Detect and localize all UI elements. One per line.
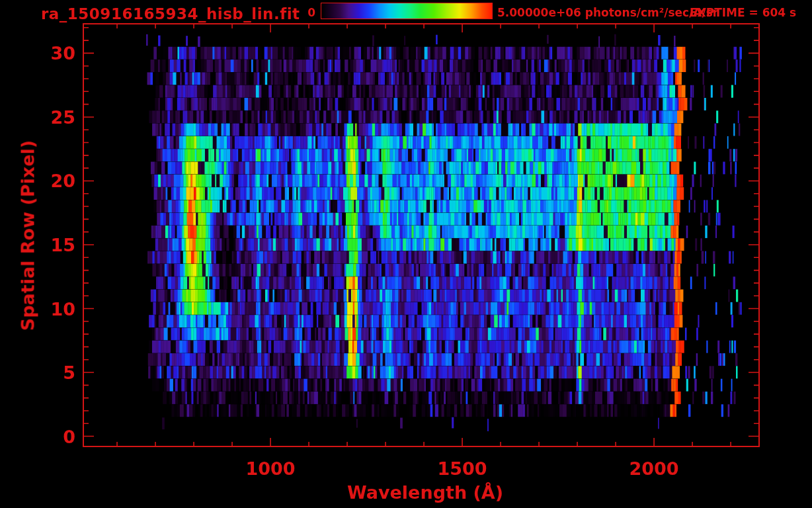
- spectral-heatmap-canvas: [0, 0, 812, 508]
- x-tick-label: 1500: [437, 458, 487, 479]
- y-tick-label: 10: [15, 298, 75, 319]
- x-tick-label: 2000: [629, 458, 678, 479]
- fits-spectral-viewer: ra_150916165934_hisb_lin.fit 0 5.00000e+…: [0, 0, 812, 508]
- exptime-label: EXPTIME = 604 s: [690, 6, 796, 19]
- y-tick-label: 5: [15, 362, 75, 383]
- x-axis-title: Wavelength (Å): [347, 482, 503, 503]
- y-tick-label: 0: [15, 426, 75, 446]
- filename-title: ra_150916165934_hisb_lin.fit: [41, 5, 300, 22]
- y-tick-label: 15: [15, 234, 75, 255]
- y-tick-label: 20: [15, 171, 75, 191]
- y-tick-label: 25: [15, 106, 75, 127]
- y-tick-label: 30: [15, 43, 75, 64]
- colorbar-max-label: 5.00000e+06 photons/cm²/sec/A/sr: [497, 6, 718, 19]
- x-tick-label: 1000: [245, 458, 295, 479]
- colorbar: [321, 3, 493, 19]
- colorbar-min-label: 0: [307, 6, 315, 19]
